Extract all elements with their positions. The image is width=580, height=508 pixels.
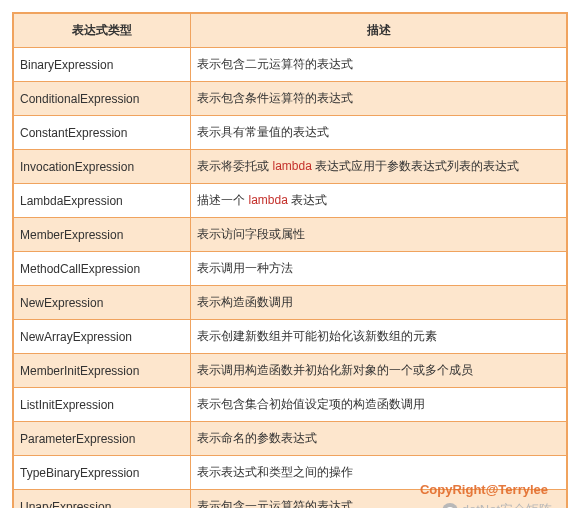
desc-text: 表示将委托或 (197, 159, 272, 173)
cell-expression-type: UnaryExpression (14, 490, 191, 509)
cell-expression-type: ParameterExpression (14, 422, 191, 456)
desc-text-post: 表达式 (288, 193, 327, 207)
cell-description: 表示构造函数调用 (191, 286, 566, 320)
cell-description: 表示包含条件运算符的表达式 (191, 82, 566, 116)
desc-text: 表示构造函数调用 (197, 295, 293, 309)
desc-text-post: 表达式应用于参数表达式列表的表达式 (312, 159, 519, 173)
cell-expression-type: NewArrayExpression (14, 320, 191, 354)
desc-text: 表示调用构造函数并初始化新对象的一个或多个成员 (197, 363, 473, 377)
cell-expression-type: InvocationExpression (14, 150, 191, 184)
table-row: MethodCallExpression表示调用一种方法 (14, 252, 566, 286)
desc-text: 表示包含二元运算符的表达式 (197, 57, 353, 71)
cell-description: 表示具有常量值的表达式 (191, 116, 566, 150)
cell-expression-type: ConditionalExpression (14, 82, 191, 116)
table-row: ListInitExpression表示包含集合初始值设定项的构造函数调用 (14, 388, 566, 422)
table-row: ParameterExpression表示命名的参数表达式 (14, 422, 566, 456)
table-row: ConditionalExpression表示包含条件运算符的表达式 (14, 82, 566, 116)
channel-watermark: dotNet安全矩阵 (442, 501, 552, 508)
copyright-watermark: CopyRight@Terrylee (420, 482, 548, 497)
table-row: MemberExpression表示访问字段或属性 (14, 218, 566, 252)
desc-text: 表示具有常量值的表达式 (197, 125, 329, 139)
wechat-icon (442, 503, 458, 508)
desc-text: 描述一个 (197, 193, 248, 207)
expression-type-table-wrap: 表达式类型 描述 BinaryExpression表示包含二元运算符的表达式Co… (12, 12, 568, 508)
desc-text: 表示命名的参数表达式 (197, 431, 317, 445)
cell-description: 表示创建新数组并可能初始化该新数组的元素 (191, 320, 566, 354)
header-name: 表达式类型 (14, 14, 191, 48)
cell-description: 表示将委托或 lambda 表达式应用于参数表达式列表的表达式 (191, 150, 566, 184)
table-row: LambdaExpression描述一个 lambda 表达式 (14, 184, 566, 218)
cell-expression-type: LambdaExpression (14, 184, 191, 218)
cell-expression-type: NewExpression (14, 286, 191, 320)
table-row: NewExpression表示构造函数调用 (14, 286, 566, 320)
cell-expression-type: ListInitExpression (14, 388, 191, 422)
cell-description: 表示包含二元运算符的表达式 (191, 48, 566, 82)
desc-text: 表示调用一种方法 (197, 261, 293, 275)
desc-latin: lambda (248, 193, 287, 207)
header-desc: 描述 (191, 14, 566, 48)
desc-latin: lambda (272, 159, 311, 173)
cell-expression-type: MemberInitExpression (14, 354, 191, 388)
desc-text: 表示包含条件运算符的表达式 (197, 91, 353, 105)
cell-description: 表示访问字段或属性 (191, 218, 566, 252)
table-row: MemberInitExpression表示调用构造函数并初始化新对象的一个或多… (14, 354, 566, 388)
expression-type-table: 表达式类型 描述 BinaryExpression表示包含二元运算符的表达式Co… (14, 14, 566, 508)
cell-expression-type: ConstantExpression (14, 116, 191, 150)
cell-description: 表示调用构造函数并初始化新对象的一个或多个成员 (191, 354, 566, 388)
desc-text: 表示包含一元运算符的表达式 (197, 499, 353, 508)
cell-expression-type: TypeBinaryExpression (14, 456, 191, 490)
cell-description: 表示调用一种方法 (191, 252, 566, 286)
cell-description: 表示命名的参数表达式 (191, 422, 566, 456)
desc-text: 表示表达式和类型之间的操作 (197, 465, 353, 479)
channel-name: dotNet安全矩阵 (462, 502, 552, 508)
table-row: BinaryExpression表示包含二元运算符的表达式 (14, 48, 566, 82)
desc-text: 表示创建新数组并可能初始化该新数组的元素 (197, 329, 437, 343)
desc-text: 表示访问字段或属性 (197, 227, 305, 241)
table-row: InvocationExpression表示将委托或 lambda 表达式应用于… (14, 150, 566, 184)
cell-description: 描述一个 lambda 表达式 (191, 184, 566, 218)
table-row: NewArrayExpression表示创建新数组并可能初始化该新数组的元素 (14, 320, 566, 354)
table-header-row: 表达式类型 描述 (14, 14, 566, 48)
table-row: ConstantExpression表示具有常量值的表达式 (14, 116, 566, 150)
cell-expression-type: BinaryExpression (14, 48, 191, 82)
cell-expression-type: MethodCallExpression (14, 252, 191, 286)
cell-description: 表示包含集合初始值设定项的构造函数调用 (191, 388, 566, 422)
desc-text: 表示包含集合初始值设定项的构造函数调用 (197, 397, 425, 411)
cell-expression-type: MemberExpression (14, 218, 191, 252)
